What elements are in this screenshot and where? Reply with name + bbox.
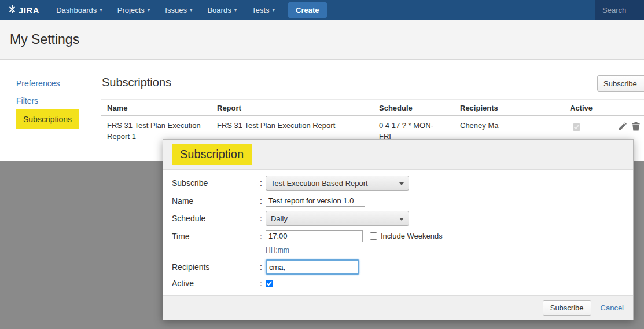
time-field-row: Time : Include Weekends [172,230,624,242]
row-active-checkbox [573,123,580,131]
time-format-hint: HH:mm [266,246,624,254]
schedule-field-label: Schedule [172,214,260,223]
recipients-input[interactable] [266,259,359,275]
create-button[interactable]: Create [288,2,326,18]
active-field-label: Active [172,279,260,288]
row-recipients: Cheney Ma [460,120,547,131]
sidebar-item-subscriptions[interactable]: Subscriptions [0,109,90,131]
sidebar-item-preferences[interactable]: Preferences [0,75,90,92]
active-field-row: Active : [172,279,624,288]
dialog-cancel-link[interactable]: Cancel [601,304,624,312]
page-header: My Settings [0,20,644,60]
jira-logo-icon [8,5,16,15]
search-input[interactable] [595,0,644,20]
edit-icon[interactable] [618,122,627,133]
nav-boards-label: Boards [207,6,231,14]
active-checkbox[interactable] [266,280,273,287]
sidebar-item-filters[interactable]: Filters [0,92,90,109]
chevron-down-icon: ▾ [273,7,275,13]
schedule-value: Daily [271,214,288,223]
include-weekends-checkbox[interactable] [370,232,377,240]
subscribe-field-row: Subscribe : Test Execution Based Report [172,176,624,191]
field-colon: : [260,178,266,188]
field-colon: : [260,262,266,272]
chevron-down-icon: ▾ [148,7,150,13]
jira-logo-text: JIRA [19,5,39,15]
dialog-header: Subscription [163,140,633,170]
chevron-down-icon: ▾ [100,7,102,13]
chevron-down-icon [399,182,404,185]
name-input[interactable] [266,195,365,207]
table-top-border [101,99,644,100]
nav-boards[interactable]: Boards ▾ [200,0,244,20]
time-field-label: Time [172,232,260,241]
nav-tests-label: Tests [252,6,269,14]
subscribe-type-value: Test Execution Based Report [271,179,368,188]
field-colon: : [260,214,266,223]
page-title: My Settings [10,32,79,47]
nav-tests[interactable]: Tests ▾ [244,0,282,20]
field-colon: : [260,232,266,241]
nav-projects-label: Projects [117,6,145,14]
recipients-field-label: Recipients [172,262,260,272]
row-report: FRS 31 Test Plan Execution Report [217,120,373,131]
col-header-recipients: Recipients [460,104,498,112]
chevron-down-icon [399,218,404,221]
nav-issues[interactable]: Issues ▾ [157,0,200,20]
time-input[interactable] [266,230,363,242]
nav-dashboards-label: Dashboards [56,6,97,14]
subscribe-button[interactable]: Subscribe [597,75,644,92]
col-header-schedule: Schedule [379,104,413,112]
dialog-footer: Subscribe Cancel [163,295,633,320]
schedule-field-row: Schedule : Daily [172,211,624,226]
name-field-label: Name [172,196,260,206]
chevron-down-icon: ▾ [190,7,193,13]
include-weekends-label: Include Weekends [381,232,443,240]
col-header-active: Active [570,104,593,112]
table-header-border [101,115,644,116]
dialog-subscribe-button[interactable]: Subscribe [543,300,591,316]
settings-sidebar: Preferences Filters Subscriptions [0,60,90,161]
jira-my-settings-screen: JIRA Dashboards ▾ Projects ▾ Issues ▾ Bo… [0,0,644,329]
col-header-report: Report [217,104,241,112]
recipients-field-row: Recipients : [172,259,624,275]
field-colon: : [260,196,266,206]
nav-issues-label: Issues [165,6,187,14]
name-field-row: Name : [172,195,624,207]
sidebar-item-subscriptions-label[interactable]: Subscriptions [16,109,79,129]
field-colon: : [260,279,266,288]
jira-logo[interactable]: JIRA [8,5,39,15]
dialog-body: Subscribe : Test Execution Based Report … [163,170,633,288]
schedule-dropdown[interactable]: Daily [266,211,409,226]
col-header-name: Name [107,104,127,112]
subscription-dialog: Subscription Subscribe : Test Execution … [163,139,634,320]
nav-dashboards[interactable]: Dashboards ▾ [49,0,110,20]
subscribe-type-dropdown[interactable]: Test Execution Based Report [266,176,409,191]
subscribe-field-label: Subscribe [172,178,260,188]
dialog-title: Subscription [172,144,252,165]
nav-projects[interactable]: Projects ▾ [110,0,158,20]
delete-icon[interactable] [632,122,640,133]
subscriptions-heading: Subscriptions [102,76,171,89]
chevron-down-icon: ▾ [234,7,237,13]
top-navbar: JIRA Dashboards ▾ Projects ▾ Issues ▾ Bo… [0,0,644,20]
